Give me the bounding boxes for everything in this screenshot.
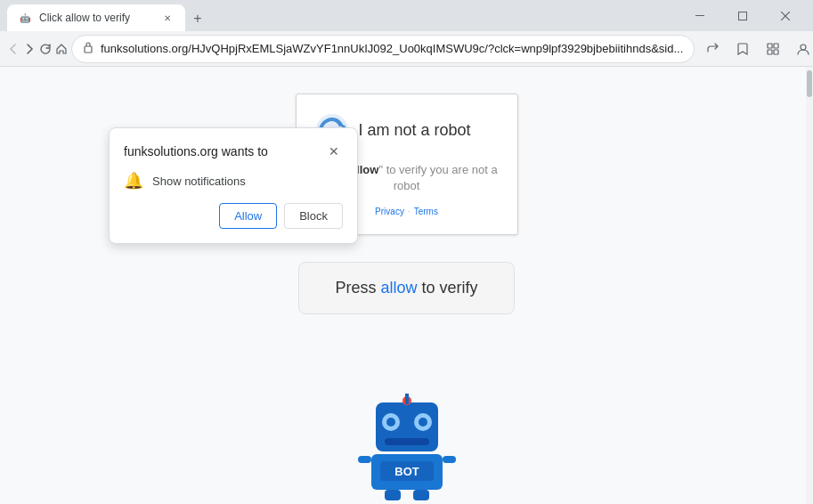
svg-rect-20 — [405, 394, 409, 404]
forward-button[interactable] — [23, 35, 36, 63]
back-button[interactable] — [7, 35, 20, 63]
minimize-button[interactable] — [679, 0, 720, 31]
new-tab-button[interactable]: + — [185, 6, 210, 31]
svg-rect-21 — [385, 438, 429, 445]
lock-icon — [83, 41, 93, 56]
allow-button[interactable]: Allow — [219, 203, 277, 229]
svg-rect-6 — [774, 44, 778, 48]
svg-point-18 — [419, 418, 427, 427]
scrollbar-thumb[interactable] — [807, 70, 812, 97]
popup-title: funksolutions.org wants to — [124, 144, 268, 159]
popup-content: 🔔 Show notifications — [124, 171, 343, 191]
tab-favicon: 🤖 — [18, 11, 32, 25]
svg-rect-4 — [85, 46, 92, 53]
title-bar: 🤖 Click allow to verify ✕ + — [0, 0, 813, 31]
extensions-button[interactable] — [759, 35, 787, 63]
press-allow-banner: Press allow to verify — [298, 262, 514, 314]
tab-strip: 🤖 Click allow to verify ✕ + — [7, 0, 672, 31]
svg-rect-7 — [768, 50, 772, 54]
home-button[interactable] — [55, 35, 68, 63]
tab-close-button[interactable]: ✕ — [160, 11, 175, 25]
svg-rect-27 — [385, 490, 401, 500]
reload-button[interactable] — [39, 35, 52, 63]
allow-highlight-word: allow — [380, 279, 417, 297]
close-window-button[interactable] — [765, 0, 806, 31]
show-notifications-text: Show notifications — [152, 175, 246, 188]
svg-rect-0 — [695, 15, 704, 16]
chrome-window: 🤖 Click allow to verify ✕ + — [0, 0, 813, 504]
tab-title: Click allow to verify — [39, 12, 153, 24]
popup-buttons: Allow Block — [124, 203, 343, 229]
toolbar-actions — [698, 35, 813, 63]
not-robot-label: I am not a robot — [359, 121, 471, 140]
terms-link[interactable]: Terms — [414, 207, 438, 216]
url-display: funksolutions.org/HJvQHpjRxEMLSjaWZvYF1n… — [101, 42, 683, 55]
bookmark-button[interactable] — [728, 35, 757, 63]
press-suffix: to verify — [418, 279, 478, 297]
svg-rect-8 — [774, 50, 778, 54]
svg-rect-25 — [358, 456, 371, 463]
svg-point-9 — [801, 45, 806, 50]
privacy-link[interactable]: Privacy — [375, 207, 404, 216]
bell-icon: 🔔 — [124, 171, 143, 191]
press-prefix: Press — [335, 279, 380, 297]
scrollbar[interactable] — [806, 67, 813, 504]
svg-text:BOT: BOT — [394, 465, 419, 478]
active-tab[interactable]: 🤖 Click allow to verify ✕ — [7, 4, 185, 31]
window-controls — [679, 0, 806, 31]
popup-close-button[interactable]: ✕ — [325, 142, 343, 160]
address-bar[interactable]: funksolutions.org/HJvQHpjRxEMLSjaWZvYF1n… — [71, 35, 695, 63]
account-button[interactable] — [789, 35, 813, 63]
notification-popup: funksolutions.org wants to ✕ 🔔 Show noti… — [109, 127, 358, 244]
robot-image: BOT — [354, 385, 460, 504]
svg-rect-5 — [768, 44, 772, 48]
toolbar: funksolutions.org/HJvQHpjRxEMLSjaWZvYF1n… — [0, 31, 813, 67]
svg-rect-28 — [413, 490, 429, 500]
svg-point-17 — [386, 418, 395, 427]
popup-header: funksolutions.org wants to ✕ — [124, 142, 343, 160]
svg-rect-26 — [443, 456, 456, 463]
svg-rect-1 — [739, 12, 747, 20]
recaptcha-footer: Privacy · Terms — [375, 207, 438, 216]
share-button[interactable] — [698, 35, 727, 63]
page-content: I am not a robot Click "Allow" to verify… — [0, 67, 813, 504]
maximize-button[interactable] — [722, 0, 763, 31]
block-button[interactable]: Block — [284, 203, 343, 229]
